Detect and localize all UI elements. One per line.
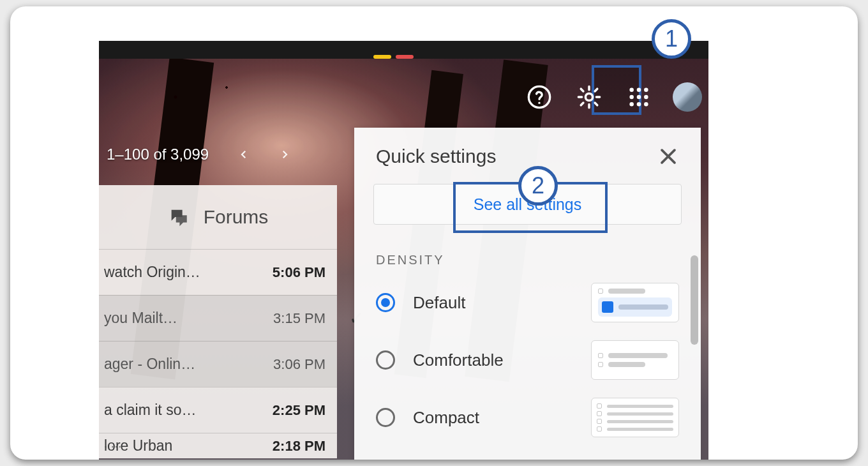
pagination-bar: 1–100 of 3,099: [107, 146, 290, 163]
svg-point-10: [637, 102, 641, 107]
annotation-badge-2: 2: [518, 166, 558, 206]
forums-icon: [168, 206, 190, 228]
email-subject: a claim it so…: [104, 402, 264, 419]
svg-point-5: [644, 87, 648, 92]
email-time: 3:15 PM: [273, 310, 326, 327]
email-row[interactable]: a claim it so… 2:25 PM: [99, 387, 337, 433]
chevron-right-icon[interactable]: [279, 149, 290, 160]
svg-point-7: [637, 95, 641, 100]
help-icon[interactable]: [523, 81, 555, 113]
density-preview-compact: [591, 398, 679, 437]
radio-unselected-icon: [376, 408, 395, 427]
email-list-column: Forums , … watch Origin… 5:06 PM you Mai…: [99, 185, 337, 458]
browser-chrome-bar: [99, 41, 708, 59]
email-time: 3:06 PM: [273, 356, 326, 373]
tutorial-card: 1–100 of 3,099 Forums , … watch Origin… …: [10, 6, 858, 460]
email-row[interactable]: lore Urban 2:18 PM: [99, 433, 337, 458]
email-row[interactable]: ager - Onlin… 3:06 PM: [99, 341, 337, 387]
density-preview-default: [591, 283, 679, 322]
density-option-label: Default: [413, 293, 465, 313]
density-section-label: DENSITY: [376, 253, 679, 267]
density-option-default[interactable]: Default: [354, 274, 701, 331]
radio-unselected-icon: [376, 350, 395, 370]
svg-point-11: [644, 102, 648, 107]
panel-scrollbar[interactable]: [691, 255, 698, 345]
svg-point-6: [629, 95, 634, 100]
email-row[interactable]: you Mailt… 3:15 PM ✓: [99, 295, 337, 341]
quick-settings-title: Quick settings: [376, 146, 496, 167]
email-subject: lore Urban: [104, 437, 264, 455]
density-option-comfortable[interactable]: Comfortable: [354, 331, 701, 389]
settings-gear-icon[interactable]: [573, 81, 605, 113]
annotation-badge-1: 1: [652, 19, 691, 59]
pagination-range: 1–100 of 3,099: [107, 146, 209, 163]
svg-point-4: [637, 87, 641, 92]
svg-point-3: [629, 87, 634, 92]
svg-point-9: [629, 102, 634, 107]
category-tab-forums[interactable]: Forums , …: [99, 185, 337, 249]
svg-point-8: [644, 95, 648, 100]
density-option-compact[interactable]: Compact: [354, 389, 701, 446]
app-viewport: 1–100 of 3,099 Forums , … watch Origin… …: [99, 41, 708, 460]
close-icon[interactable]: [657, 146, 679, 167]
email-time: 2:25 PM: [273, 402, 326, 419]
email-row[interactable]: watch Origin… 5:06 PM: [99, 249, 337, 295]
header-icon-row: [523, 77, 702, 117]
svg-point-1: [538, 102, 540, 104]
email-subject: watch Origin…: [104, 264, 264, 281]
apps-grid-icon[interactable]: [623, 81, 655, 113]
density-option-label: Comfortable: [413, 350, 504, 370]
email-time: 5:06 PM: [273, 264, 326, 281]
svg-point-2: [585, 93, 592, 100]
account-avatar[interactable]: [673, 82, 702, 112]
chevron-left-icon[interactable]: [238, 149, 250, 160]
radio-selected-icon: [376, 293, 395, 312]
density-option-label: Compact: [413, 408, 479, 428]
email-subject: you Mailt…: [104, 310, 264, 327]
email-subject: ager - Onlin…: [104, 356, 264, 373]
density-preview-comfortable: [591, 340, 679, 380]
category-tab-label: Forums: [204, 206, 269, 228]
email-time: 2:18 PM: [273, 438, 326, 455]
